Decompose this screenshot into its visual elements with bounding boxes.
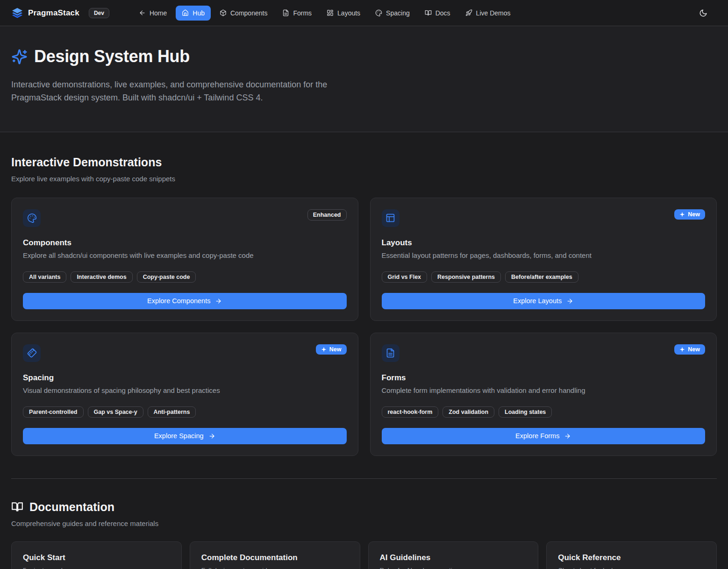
moon-icon [699,9,707,17]
nav-item-layouts[interactable]: Layouts [321,6,366,21]
feature-tag: Grid vs Flex [382,271,428,283]
explore-spacing-button[interactable]: Explore Spacing [23,428,347,444]
feature-tag: Before/after examples [505,271,578,283]
nav-label: Forms [293,9,312,17]
sparkles-icon [679,212,685,217]
main-content: Interactive Demonstrations Explore live … [0,156,728,569]
sparkles-icon [11,49,28,65]
nav-item-hub[interactable]: Hub [176,6,211,21]
page-title: Design System Hub [34,47,190,66]
palette-icon [23,209,41,227]
card-description: Explore all shadcn/ui components with li… [23,251,347,259]
book-open-icon [425,9,432,16]
doc-card-quick-reference[interactable]: Quick Reference Cheat sheet for lookups [546,541,717,569]
feature-tag: Gap vs Space-y [88,406,143,418]
demo-card-forms: New Forms Complete form implementations … [370,333,717,456]
layout-dashboard-icon [327,9,334,16]
env-badge: Dev [89,8,109,18]
nav-item-docs[interactable]: Docs [419,6,457,21]
ruler-icon [23,344,41,362]
tag-row: All variants Interactive demos Copy-past… [23,271,347,283]
doc-card-ai-guidelines[interactable]: AI Guidelines Rules for AI code generati… [368,541,539,569]
book-open-icon [11,501,23,513]
nav-item-forms[interactable]: Forms [276,6,318,21]
doc-card-title: Quick Start [23,553,170,562]
rocket-icon [465,9,472,16]
tag-row: Parent-controlled Gap vs Space-y Anti-pa… [23,406,347,418]
nav-label: Live Demos [476,9,511,17]
feature-tag: Copy-paste code [137,271,196,283]
feature-tag: Zod validation [443,406,494,418]
doc-card-title: Quick Reference [558,553,705,562]
explore-layouts-button[interactable]: Explore Layouts [382,293,706,309]
demo-card-layouts: New Layouts Essential layout patterns fo… [370,198,717,321]
top-navbar: PragmaStack Dev Home Hub Components Fo [0,0,728,26]
tag-row: Grid vs Flex Responsive patterns Before/… [382,271,706,283]
feature-tag: All variants [23,271,66,283]
nav-label: Spacing [386,9,410,17]
explore-components-button[interactable]: Explore Components [23,293,347,309]
feature-tag: Interactive demos [71,271,132,283]
doc-card-title: Complete Documentation [201,553,349,562]
doc-card-description: Rules for AI code generation [380,567,527,569]
brand[interactable]: PragmaStack Dev [11,7,109,19]
nav-item-home[interactable]: Home [133,6,173,21]
card-description: Essential layout patterns for pages, das… [382,251,706,259]
nav-item-spacing[interactable]: Spacing [369,6,416,21]
arrow-left-icon [139,9,146,16]
nav-label: Hub [193,9,205,17]
button-label: Explore Forms [515,432,559,440]
theme-toggle-button[interactable] [695,5,711,21]
main-nav: Home Hub Components Forms Layouts [133,6,517,21]
card-description: Visual demonstrations of spacing philoso… [23,386,347,394]
sparkles-icon [321,347,327,352]
status-badge: New [316,344,347,355]
tag-row: react-hook-form Zod validation Loading s… [382,406,706,418]
nav-item-components[interactable]: Components [214,6,273,21]
hero-section: Design System Hub Interactive demonstrat… [0,26,728,132]
panels-top-left-icon [382,209,400,227]
feature-tag: Parent-controlled [23,406,84,418]
file-text-icon [282,9,289,16]
badge-label: New [688,346,700,353]
doc-card-quick-start[interactable]: Quick Start 5-minute crash course [11,541,182,569]
sparkles-icon [679,347,685,352]
arrow-right-icon [566,298,573,305]
nav-label: Home [150,9,167,17]
demo-card-components: Enhanced Components Explore all shadcn/u… [11,198,358,321]
demo-card-grid: Enhanced Components Explore all shadcn/u… [11,198,717,456]
nav-label: Components [230,9,267,17]
card-title: Forms [382,373,706,383]
nav-label: Layouts [337,9,360,17]
card-description: Complete form implementations with valid… [382,386,706,394]
arrow-right-icon [215,298,222,305]
arrow-right-icon [208,433,215,440]
doc-card-description: 5-minute crash course [23,567,170,569]
button-label: Explore Components [147,297,210,305]
nav-label: Docs [435,9,450,17]
file-text-icon [382,344,400,362]
button-label: Explore Spacing [154,432,204,440]
docs-subheading: Comprehensive guides and reference mater… [11,519,717,527]
section-divider [11,478,717,479]
feature-tag: Loading states [499,406,552,418]
doc-card-complete-documentation[interactable]: Complete Documentation Full design syste… [190,541,360,569]
button-label: Explore Layouts [513,297,562,305]
arrow-right-icon [564,433,571,440]
house-icon [182,9,189,16]
nav-item-live-demos[interactable]: Live Demos [459,6,517,21]
status-badge: New [674,209,705,220]
card-title: Spacing [23,373,347,383]
layers-logo-icon [11,7,23,19]
feature-tag: Responsive patterns [431,271,501,283]
explore-forms-button[interactable]: Explore Forms [382,428,706,444]
doc-card-description: Full design system guide [201,567,349,569]
status-badge: Enhanced [307,209,347,220]
card-title: Components [23,238,347,248]
page-subtitle: Interactive demonstrations, live example… [11,78,361,105]
package-icon [220,9,227,16]
doc-card-description: Cheat sheet for lookups [558,567,705,569]
docs-heading: Documentation [29,500,114,514]
demos-heading: Interactive Demonstrations [11,156,717,169]
badge-label: New [329,346,342,353]
